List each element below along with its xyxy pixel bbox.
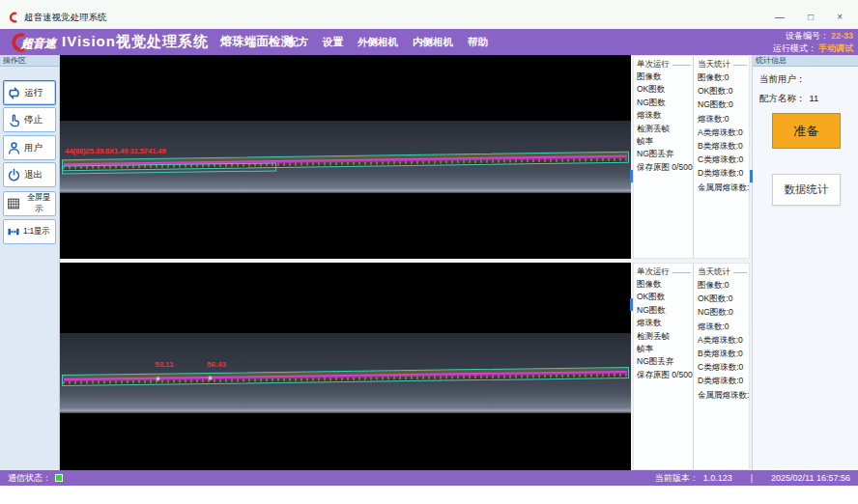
daily-stats-column: 当天统计 图像数:0OK图数:0NG图数:0熔珠数:0A类熔珠数:0B类熔珠数:… <box>694 264 749 469</box>
stat-row: C类熔珠数:0 <box>698 360 749 374</box>
current-user-label: 当前用户： <box>759 73 806 84</box>
user-icon <box>7 141 21 155</box>
main-area: 操作区 运行 停止 用户 <box>0 55 858 470</box>
single-run-header-label: 单次运行 <box>637 59 670 70</box>
camera-view-bottom[interactable]: 53.11 56.43 <box>60 263 631 470</box>
sidebar: 操作区 运行 停止 用户 <box>0 55 60 470</box>
exit-icon <box>7 168 21 182</box>
recipe-name-value: 11 <box>810 93 819 103</box>
stop-button[interactable]: 停止 <box>3 107 56 132</box>
titlebar: 超音速视觉处理系统 — □ × <box>0 0 858 29</box>
stats-panel-bottom: 单次运行 图像数OK图数NG图数熔珠数检测丢帧帧率NG图丢弃保存原图 0/500… <box>633 263 750 470</box>
exit-button[interactable]: 退出 <box>3 162 56 187</box>
window-controls: — □ × <box>775 12 843 23</box>
user-button-label: 用户 <box>24 142 43 154</box>
single-run-header: 单次运行 <box>637 266 693 278</box>
exit-button-label: 退出 <box>24 169 43 182</box>
data-stats-button[interactable]: 数据统计 <box>772 174 841 206</box>
stat-row: 熔珠数 <box>637 109 693 122</box>
defect-marker <box>208 376 213 380</box>
stat-row: OK图数 <box>637 291 693 303</box>
app-window: 超音速视觉处理系统 — □ × 超音速 IVision视觉处理系统 熔珠端面检测… <box>0 0 858 504</box>
stat-row: 金属屑熔珠数:0 <box>698 388 749 402</box>
daily-stats-rows: 图像数:0OK图数:0NG图数:0熔珠数:0A类熔珠数:0B类熔珠数:0C类熔珠… <box>698 70 749 194</box>
fullscreen-button[interactable]: 全屏显示 <box>3 191 56 216</box>
splitter-grip[interactable] <box>750 170 753 182</box>
stat-row: 检测丢帧 <box>637 330 693 343</box>
sidebar-header: 操作区 <box>0 55 59 67</box>
menu-item-help[interactable]: 帮助 <box>468 36 488 49</box>
close-button[interactable]: × <box>837 12 843 23</box>
info-panel: 统计信息 当前用户： 配方名称：11 准备 数据统计 <box>752 55 858 470</box>
stat-row: A类熔珠数:0 <box>698 333 749 347</box>
single-run-header: 单次运行 <box>637 59 693 70</box>
device-number-value: 22-33 <box>831 31 853 41</box>
status-separator: | <box>751 473 753 483</box>
stat-row: 熔珠数:0 <box>698 320 749 333</box>
run-mode-label: 运行模式： <box>773 43 816 53</box>
run-button-label: 运行 <box>24 87 43 99</box>
daily-stats-header-label: 当天统计 <box>698 266 730 278</box>
stat-row: 熔珠数:0 <box>698 112 749 126</box>
window-title: 超音速视觉处理系统 <box>24 12 107 24</box>
splitter-grip[interactable] <box>630 298 633 311</box>
app-title: IVision视觉处理系统 <box>62 33 209 51</box>
one-to-one-button[interactable]: 1:1显示 <box>3 219 56 244</box>
stat-row: 帧率 <box>637 343 693 355</box>
stat-row: NG图数:0 <box>698 98 749 111</box>
status-bar-right: 当前版本： 1.0.123 | 2025/02/11 16:57:56 <box>655 472 850 485</box>
user-button[interactable]: 用户 <box>3 135 56 160</box>
menu-item-recipe[interactable]: 配方 <box>288 36 308 49</box>
menu-item-outer-camera[interactable]: 外侧相机 <box>358 36 398 49</box>
fullscreen-icon <box>7 197 20 210</box>
device-info: 设备编号：22-33 运行模式：手动调试 <box>773 30 853 54</box>
version-value: 1.0.123 <box>703 473 732 483</box>
single-run-rows: 图像数OK图数NG图数熔珠数检测丢帧帧率NG图丢弃保存原图 0/500 <box>637 70 693 174</box>
single-run-column: 单次运行 图像数OK图数NG图数熔珠数检测丢帧帧率NG图丢弃保存原图 0/500 <box>634 56 694 258</box>
daily-stats-rows: 图像数:0OK图数:0NG图数:0熔珠数:0A类熔珠数:0B类熔珠数:0C类熔珠… <box>698 278 749 402</box>
device-number-label: 设备编号： <box>786 31 829 41</box>
run-button[interactable]: 运行 <box>3 80 56 105</box>
info-panel-header: 统计信息 <box>753 55 858 67</box>
stat-row: C类熔珠数:0 <box>698 153 749 166</box>
daily-stats-header: 当天统计 <box>698 59 749 70</box>
stat-row: NG图丢弃 <box>637 355 693 368</box>
daily-stats-column: 当天统计 图像数:0OK图数:0NG图数:0熔珠数:0A类熔珠数:0B类熔珠数:… <box>694 56 749 258</box>
stat-row: 检测丢帧 <box>637 123 693 135</box>
splitter-grip[interactable] <box>630 170 633 182</box>
menu-item-settings[interactable]: 设置 <box>323 36 343 49</box>
single-run-header-label: 单次运行 <box>637 266 670 278</box>
stat-row: D类熔珠数:0 <box>698 166 749 180</box>
stat-row: 熔珠数 <box>637 317 693 329</box>
one-to-one-button-label: 1:1显示 <box>23 226 49 238</box>
stat-row: B类熔珠数:0 <box>698 139 749 153</box>
stat-row: B类熔珠数:0 <box>698 347 749 360</box>
minimize-button[interactable]: — <box>775 12 785 23</box>
measurement-value: 53.11 <box>155 360 174 369</box>
stat-row: NG图丢弃 <box>637 148 693 160</box>
comm-status-label: 通信状态： <box>8 472 51 485</box>
prepare-button[interactable]: 准备 <box>772 113 841 149</box>
measurement-value: 56.43 <box>207 360 226 369</box>
stat-row: OK图数:0 <box>698 292 749 305</box>
run-icon <box>7 86 21 100</box>
app-logo-icon <box>8 12 19 23</box>
stat-row: 图像数:0 <box>698 70 749 84</box>
brand-logo: 超音速 <box>10 32 58 53</box>
app-subtitle: 熔珠端面检测 <box>220 34 293 50</box>
stat-row: 保存原图 0/500 <box>637 369 693 381</box>
fullscreen-button-label: 全屏显示 <box>23 192 54 215</box>
stat-row: 金属屑熔珠数:0 <box>698 181 749 194</box>
menu-item-inner-camera[interactable]: 内侧相机 <box>413 36 453 49</box>
stop-icon <box>7 113 21 127</box>
comm-status-indicator <box>55 474 63 482</box>
measurement-overlay-text: 44(88)25.39.8X1.49 31.5741.49 <box>65 147 165 155</box>
stat-row: 帧率 <box>637 135 693 148</box>
one-to-one-icon <box>7 225 20 238</box>
single-run-rows: 图像数OK图数NG图数熔珠数检测丢帧帧率NG图丢弃保存原图 0/500 <box>637 278 693 381</box>
header-bar: 超音速 IVision视觉处理系统 熔珠端面检测 配方 设置 外侧相机 内侧相机… <box>0 29 858 55</box>
stat-row: NG图数:0 <box>698 305 749 319</box>
maximize-button[interactable]: □ <box>808 12 814 23</box>
camera-view-top[interactable]: 44(88)25.39.8X1.49 31.5741.49 <box>60 55 631 259</box>
brand-logo-text: 超音速 <box>20 37 58 50</box>
